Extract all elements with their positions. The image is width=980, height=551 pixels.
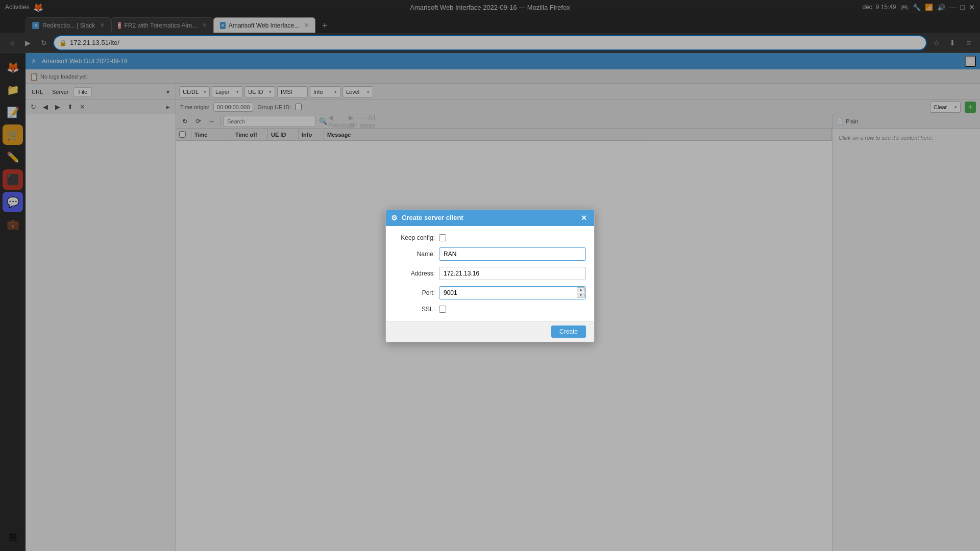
modal-header: ⚙ Create server client ✕ [386, 210, 594, 226]
modal-overlay: ⚙ Create server client ✕ Keep config: Na… [0, 0, 980, 551]
address-label: Address: [394, 270, 435, 277]
modal-header-icon: ⚙ [391, 214, 398, 222]
name-label: Name: [394, 251, 435, 258]
address-row: Address: [394, 267, 586, 280]
ssl-checkbox[interactable] [439, 306, 446, 313]
port-label: Port: [394, 289, 435, 296]
keep-config-label: Keep config: [394, 234, 435, 241]
create-server-client-modal: ⚙ Create server client ✕ Keep config: Na… [385, 209, 595, 342]
keep-config-checkbox[interactable] [439, 234, 446, 241]
modal-close-button[interactable]: ✕ [579, 213, 589, 223]
port-input[interactable] [439, 286, 586, 299]
modal-body: Keep config: Name: Address: Port: ▴ [386, 226, 594, 321]
keep-config-row: Keep config: [394, 234, 586, 241]
name-input[interactable] [439, 247, 586, 261]
address-input[interactable] [439, 267, 586, 280]
port-input-wrapper: ▴ ▾ [439, 286, 586, 299]
ssl-row: SSL: [394, 306, 586, 313]
port-decrement-btn[interactable]: ▾ [577, 293, 585, 298]
create-button[interactable]: Create [551, 325, 586, 338]
name-row: Name: [394, 247, 586, 261]
port-row: Port: ▴ ▾ [394, 286, 586, 299]
modal-footer: Create [386, 321, 594, 342]
port-increment-btn[interactable]: ▴ [577, 287, 585, 292]
port-spinners: ▴ ▾ [577, 287, 585, 298]
modal-title: Create server client [402, 214, 575, 221]
ssl-label: SSL: [394, 306, 435, 313]
